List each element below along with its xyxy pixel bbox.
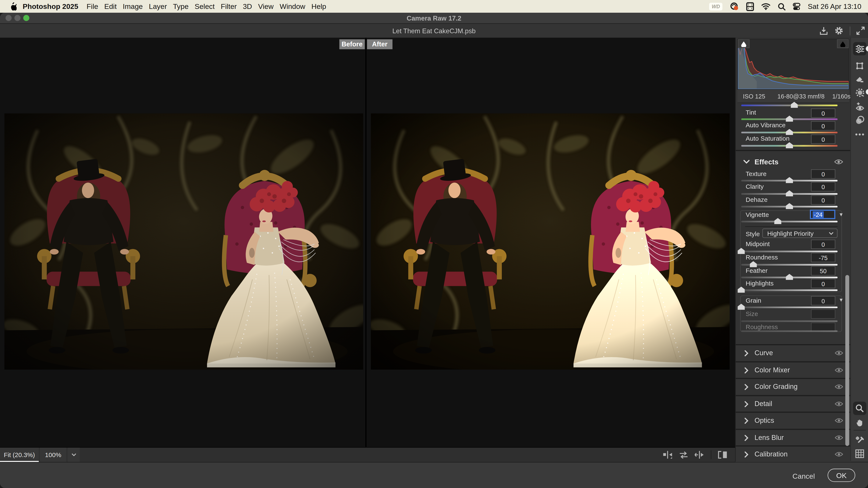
save-image-icon[interactable] xyxy=(819,26,828,35)
section-curve[interactable]: Curve xyxy=(736,344,851,361)
calibration-visibility-eye-icon[interactable] xyxy=(835,452,843,457)
more-options-icon[interactable] xyxy=(853,128,866,141)
crop-tool[interactable] xyxy=(853,59,866,73)
menu-app-name[interactable]: Photoshop 2025 xyxy=(23,2,78,10)
clarity-slider-handle[interactable] xyxy=(786,190,793,197)
menu-help[interactable]: Help xyxy=(311,2,326,10)
window-titlebar[interactable]: Camera Raw 17.2 xyxy=(0,13,868,24)
highlights-value-box[interactable]: 0 xyxy=(811,279,835,288)
grain-expand-triangle[interactable]: ▼ xyxy=(839,297,844,303)
vignette-expand-triangle[interactable]: ▼ xyxy=(839,212,844,217)
hand-tool[interactable] xyxy=(853,416,866,429)
section-color-mixer[interactable]: Color Mixer xyxy=(736,361,851,378)
menu-3d[interactable]: 3D xyxy=(243,2,252,10)
lens-blur-visibility-eye-icon[interactable] xyxy=(835,435,843,440)
menu-clock[interactable]: Sat 26 Apr 13:10 xyxy=(808,2,862,10)
auto-saturation-value-box[interactable]: 0 xyxy=(811,134,835,144)
grain-value-box[interactable]: 0 xyxy=(811,296,835,305)
grain-slider-track[interactable] xyxy=(741,306,838,308)
temperature-slider-track[interactable] xyxy=(741,105,838,106)
menu-type[interactable]: Type xyxy=(173,2,189,10)
dehaze-slider-track[interactable] xyxy=(741,206,838,207)
menu-filter[interactable]: Filter xyxy=(221,2,237,10)
wd-drive-icon[interactable]: WD xyxy=(709,3,723,10)
shadow-clipping-indicator[interactable] xyxy=(738,39,749,48)
grid-overlay-tool[interactable] xyxy=(853,447,866,460)
roundness-value-box[interactable]: -75 xyxy=(811,253,835,262)
vignette-slider-track[interactable] xyxy=(741,221,838,222)
dehaze-slider-handle[interactable] xyxy=(786,203,793,209)
auto-saturation-slider-handle[interactable] xyxy=(786,142,793,148)
before-photo[interactable] xyxy=(4,113,363,369)
tint-slider-handle[interactable] xyxy=(786,116,793,122)
dehaze-value-box[interactable]: 0 xyxy=(811,195,835,205)
menu-window[interactable]: Window xyxy=(280,2,305,10)
apple-menu-icon[interactable] xyxy=(9,2,17,10)
section-calibration[interactable]: Calibration xyxy=(736,446,851,462)
fullscreen-toggle-icon[interactable] xyxy=(856,27,865,35)
auto-vibrance-value-box[interactable]: 0 xyxy=(811,121,835,130)
histogram[interactable] xyxy=(738,39,849,90)
swap-before-after-icon[interactable] xyxy=(679,451,688,458)
preferences-gear-icon[interactable] xyxy=(834,26,844,35)
split-view-icon[interactable] xyxy=(718,451,727,459)
spotlight-search-icon[interactable] xyxy=(778,3,786,10)
tint-slider-track[interactable] xyxy=(741,119,838,120)
cancel-button[interactable]: Cancel xyxy=(788,469,819,483)
menu-file[interactable]: File xyxy=(87,2,98,10)
auto-vibrance-slider-track[interactable] xyxy=(741,132,838,133)
feather-value-box[interactable]: 50 xyxy=(811,266,835,275)
section-detail[interactable]: Detail xyxy=(736,395,851,412)
menu-select[interactable]: Select xyxy=(195,2,215,10)
copy-settings-icon[interactable] xyxy=(695,451,704,459)
zoom-tool[interactable] xyxy=(853,401,866,415)
film-status-icon[interactable] xyxy=(746,2,754,11)
color-grading-visibility-eye-icon[interactable] xyxy=(835,384,843,390)
ok-button[interactable]: OK xyxy=(828,469,855,482)
detail-visibility-eye-icon[interactable] xyxy=(835,401,843,407)
menu-layer[interactable]: Layer xyxy=(149,2,167,10)
texture-slider-handle[interactable] xyxy=(786,177,793,183)
red-eye-tool[interactable] xyxy=(853,100,866,113)
panel-scrollbar[interactable] xyxy=(845,275,849,446)
after-photo[interactable] xyxy=(371,113,730,369)
effects-visibility-eye-icon[interactable] xyxy=(834,158,843,165)
photos-status-icon[interactable] xyxy=(730,2,739,11)
cycle-before-after-view-icon[interactable] xyxy=(663,451,673,459)
chevron-down-icon[interactable] xyxy=(743,160,749,164)
effects-section-header[interactable]: Effects xyxy=(736,157,851,166)
zoom-100-tab[interactable]: 100% xyxy=(40,448,66,462)
section-lens-blur[interactable]: Lens Blur xyxy=(736,429,851,445)
menu-view[interactable]: View xyxy=(258,2,274,10)
midpoint-value-box[interactable]: 0 xyxy=(811,239,835,249)
auto-vibrance-slider-handle[interactable] xyxy=(786,129,793,135)
white-balance-eyedropper-tool[interactable] xyxy=(853,434,866,447)
section-color-grading[interactable]: Color Grading xyxy=(736,378,851,394)
masking-tool[interactable] xyxy=(853,86,866,99)
roundness-slider-track[interactable] xyxy=(741,264,838,266)
section-optics[interactable]: Optics xyxy=(736,412,851,428)
healing-eraser-tool[interactable] xyxy=(853,72,866,86)
clarity-slider-track[interactable] xyxy=(741,193,838,195)
edit-sliders-tool[interactable] xyxy=(853,42,866,56)
highlight-clipping-indicator[interactable] xyxy=(837,39,849,48)
vignette-style-dropdown[interactable]: Highlight Priority xyxy=(762,229,837,238)
clarity-value-box[interactable]: 0 xyxy=(811,182,835,191)
menu-edit[interactable]: Edit xyxy=(104,2,117,10)
curve-visibility-eye-icon[interactable] xyxy=(835,350,843,356)
color-mixer-visibility-eye-icon[interactable] xyxy=(835,367,843,373)
feather-slider-track[interactable] xyxy=(741,276,838,278)
wifi-icon[interactable] xyxy=(761,3,771,10)
highlights-slider-track[interactable] xyxy=(741,289,838,291)
zoom-level-dropdown[interactable] xyxy=(68,448,80,462)
texture-value-box[interactable]: 0 xyxy=(811,169,835,178)
auto-saturation-slider-track[interactable] xyxy=(741,145,838,147)
midpoint-slider-track[interactable] xyxy=(741,251,838,252)
vignette-value-box-selected[interactable]: -24 xyxy=(810,210,835,219)
menu-image[interactable]: Image xyxy=(123,2,143,10)
tint-value-box[interactable]: 0 xyxy=(811,108,835,118)
snapshots-presets-tool[interactable] xyxy=(853,113,866,127)
texture-slider-track[interactable] xyxy=(741,180,838,182)
fit-zoom-tab[interactable]: Fit (20.3%) xyxy=(0,448,39,462)
control-center-icon[interactable] xyxy=(793,3,801,10)
